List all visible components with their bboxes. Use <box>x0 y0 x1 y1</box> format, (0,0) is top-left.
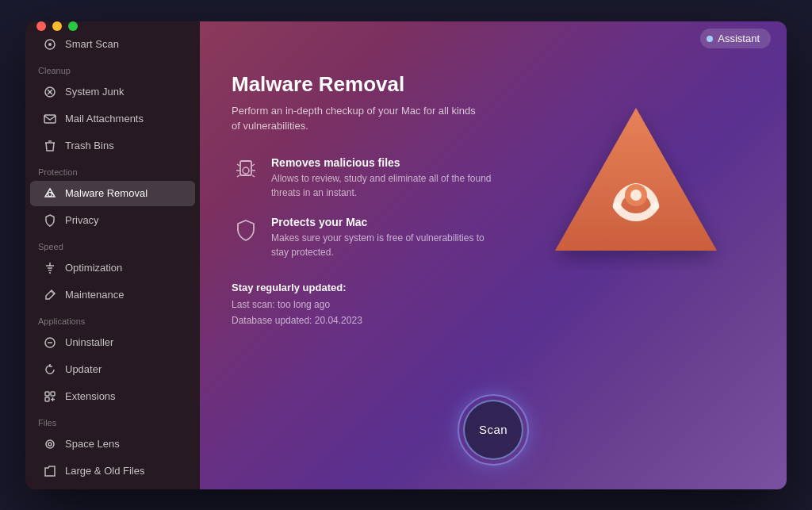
sidebar-item-shredder[interactable]: Shredder <box>30 485 195 489</box>
maintenance-icon <box>43 288 57 302</box>
section-applications-label: Applications <box>25 309 200 329</box>
sidebar-item-smart-scan[interactable]: Smart Scan <box>30 32 195 57</box>
space-lens-icon <box>43 437 57 451</box>
removes-malicious-title: Removes malicious files <box>271 156 501 169</box>
protects-mac-desc: Makes sure your system is free of vulner… <box>271 231 501 259</box>
svg-rect-18 <box>51 392 55 396</box>
protects-mac-text: Protects your Mac Makes sure your system… <box>271 216 501 259</box>
sidebar-item-privacy[interactable]: Privacy <box>30 208 195 233</box>
large-old-files-icon <box>43 464 57 478</box>
system-junk-label: System Junk <box>65 86 124 98</box>
sidebar-item-extensions[interactable]: Extensions <box>30 384 195 409</box>
last-scan-info: Last scan: too long ago Database updated… <box>232 297 755 329</box>
topbar: Assistant <box>200 21 787 56</box>
system-junk-icon <box>43 85 57 99</box>
protects-mac-title: Protects your Mac <box>271 216 501 228</box>
feature-list: Removes malicious files Allows to review… <box>232 156 501 259</box>
sidebar-item-mail-attachments[interactable]: Mail Attachments <box>30 106 195 132</box>
svg-rect-5 <box>44 115 56 123</box>
biohazard-icon-wrapper <box>533 80 739 286</box>
app-window: Smart Scan Cleanup System Junk Mail Att <box>25 21 787 489</box>
uninstaller-icon <box>43 336 57 350</box>
removes-malicious-desc: Allows to review, study and eliminate al… <box>271 171 501 200</box>
section-speed-label: Speed <box>25 234 200 255</box>
svg-line-32 <box>252 164 255 166</box>
mail-attachments-label: Mail Attachments <box>65 113 144 125</box>
svg-point-1 <box>48 43 52 46</box>
main-content: Assistant Malware Removal Perform an in-… <box>200 21 787 489</box>
trash-icon <box>43 139 57 153</box>
sidebar-item-trash-bins[interactable]: Trash Bins <box>30 133 195 159</box>
update-section: Stay regularly updated: Last scan: too l… <box>232 282 755 329</box>
svg-rect-17 <box>45 392 49 396</box>
uninstaller-label: Uninstaller <box>65 336 113 348</box>
malware-icon <box>43 186 57 201</box>
svg-point-20 <box>46 440 54 448</box>
sidebar-item-malware-removal[interactable]: Malware Removal <box>30 181 195 206</box>
mail-icon <box>43 112 57 126</box>
sidebar-item-system-junk[interactable]: System Junk <box>30 79 195 105</box>
feature-item-protects-mac: Protects your Mac Makes sure your system… <box>232 216 501 259</box>
titlebar <box>25 21 200 31</box>
scan-button[interactable]: Scan <box>463 400 523 460</box>
malware-removal-label: Malware Removal <box>65 187 147 199</box>
feature-item-removes-malicious: Removes malicious files Allows to review… <box>232 156 501 200</box>
privacy-icon <box>43 213 57 228</box>
maximize-button[interactable] <box>68 21 78 31</box>
assistant-dot <box>707 36 713 42</box>
smart-scan-label: Smart Scan <box>65 38 119 50</box>
section-cleanup-label: Cleanup <box>25 58 200 79</box>
close-button[interactable] <box>36 21 46 31</box>
scan-glow: Scan <box>458 394 529 466</box>
svg-line-34 <box>252 175 255 177</box>
svg-line-29 <box>237 164 239 166</box>
updater-label: Updater <box>65 363 102 375</box>
page-subtitle: Perform an in-depth checkup of your Mac … <box>232 103 485 134</box>
sidebar-item-space-lens[interactable]: Space Lens <box>30 431 195 457</box>
svg-point-37 <box>630 190 642 201</box>
svg-point-28 <box>243 167 249 174</box>
sidebar-item-optimization[interactable]: Optimization <box>30 255 195 281</box>
extensions-label: Extensions <box>65 390 116 402</box>
scan-button-wrapper: Scan <box>458 394 529 466</box>
smart-scan-icon <box>43 37 57 52</box>
sidebar-item-large-old-files[interactable]: Large & Old Files <box>30 458 195 484</box>
svg-line-31 <box>237 175 239 177</box>
database-text: Database updated: 20.04.2023 <box>232 315 362 326</box>
sidebar: Smart Scan Cleanup System Junk Mail Att <box>25 21 200 489</box>
section-files-label: Files <box>25 410 200 431</box>
svg-rect-19 <box>45 397 49 401</box>
assistant-label: Assistant <box>718 33 760 44</box>
last-scan-text: Last scan: too long ago <box>232 299 330 310</box>
removes-malicious-icon <box>232 156 260 185</box>
biohazard-icon <box>541 96 731 270</box>
removes-malicious-text: Removes malicious files Allows to review… <box>271 156 501 200</box>
assistant-button[interactable]: Assistant <box>700 29 771 48</box>
extensions-icon <box>43 389 57 404</box>
optimization-icon <box>43 261 57 275</box>
large-old-files-label: Large & Old Files <box>65 465 144 477</box>
minimize-button[interactable] <box>52 21 62 31</box>
sidebar-item-uninstaller[interactable]: Uninstaller <box>30 330 195 355</box>
space-lens-label: Space Lens <box>65 438 120 450</box>
updater-icon <box>43 362 57 377</box>
protects-mac-icon <box>232 216 260 244</box>
privacy-label: Privacy <box>65 214 99 226</box>
sidebar-item-maintenance[interactable]: Maintenance <box>30 282 195 308</box>
trash-bins-label: Trash Bins <box>65 140 114 151</box>
sidebar-item-updater[interactable]: Updater <box>30 357 195 382</box>
optimization-label: Optimization <box>65 262 122 274</box>
section-protection-label: Protection <box>25 159 200 180</box>
svg-point-21 <box>48 443 52 446</box>
maintenance-label: Maintenance <box>65 289 124 301</box>
